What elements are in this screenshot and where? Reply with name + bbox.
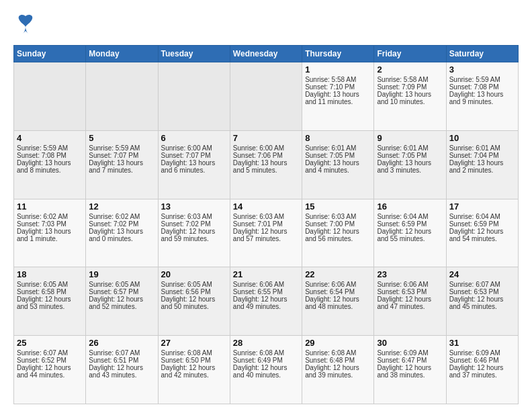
cell-text: Sunset: 6:50 PM: [161, 357, 227, 364]
cell-text: Sunset: 7:08 PM: [449, 83, 515, 91]
calendar-cell: 26Sunrise: 6:07 AMSunset: 6:51 PMDayligh…: [86, 336, 158, 404]
cell-text: Sunset: 7:09 PM: [377, 83, 443, 91]
day-number: 19: [89, 269, 154, 279]
day-number: 13: [161, 201, 227, 212]
page: SundayMondayTuesdayWednesdayThursdayFrid…: [0, 0, 532, 411]
day-number: 26: [89, 338, 154, 348]
cell-text: Sunset: 6:53 PM: [449, 288, 515, 295]
calendar-cell: [230, 62, 302, 131]
header-day-sunday: Sunday: [14, 46, 86, 62]
day-number: 4: [17, 133, 83, 143]
cell-text: Sunrise: 6:07 AM: [17, 349, 83, 357]
cell-text: Sunrise: 6:05 AM: [17, 281, 83, 288]
day-number: 11: [17, 201, 83, 212]
day-number: 27: [161, 338, 227, 348]
calendar-cell: 23Sunrise: 6:06 AMSunset: 6:53 PMDayligh…: [374, 267, 446, 336]
cell-text: Sunset: 6:54 PM: [305, 288, 371, 295]
cell-text: Daylight: 12 hours and 48 minutes.: [305, 295, 371, 310]
day-number: 8: [305, 133, 371, 143]
cell-text: Sunrise: 6:02 AM: [89, 213, 154, 220]
cell-text: Sunrise: 6:03 AM: [161, 213, 227, 220]
cell-text: Sunset: 6:46 PM: [449, 357, 515, 364]
cell-text: Sunset: 6:56 PM: [161, 288, 227, 295]
calendar-cell: 28Sunrise: 6:08 AMSunset: 6:49 PMDayligh…: [230, 336, 302, 404]
calendar-cell: 29Sunrise: 6:08 AMSunset: 6:48 PMDayligh…: [302, 336, 374, 404]
cell-text: Sunrise: 6:08 AM: [161, 349, 227, 357]
calendar-cell: 15Sunrise: 6:03 AMSunset: 7:00 PMDayligh…: [302, 199, 374, 267]
cell-text: Sunrise: 6:05 AM: [89, 281, 154, 288]
cell-text: Sunset: 7:10 PM: [305, 83, 371, 91]
day-number: 10: [449, 133, 515, 143]
cell-text: Sunrise: 6:07 AM: [89, 349, 154, 357]
day-number: 21: [233, 269, 299, 279]
cell-text: Sunrise: 6:00 AM: [233, 144, 299, 152]
cell-text: Sunrise: 6:08 AM: [305, 349, 371, 357]
cell-text: Daylight: 12 hours and 44 minutes.: [17, 364, 83, 379]
calendar-cell: 14Sunrise: 6:03 AMSunset: 7:01 PMDayligh…: [230, 199, 302, 267]
cell-text: Daylight: 12 hours and 38 minutes.: [377, 364, 443, 379]
cell-text: Sunset: 7:02 PM: [161, 220, 227, 228]
cell-text: Sunset: 6:59 PM: [449, 220, 515, 228]
calendar-cell: 18Sunrise: 6:05 AMSunset: 6:58 PMDayligh…: [14, 267, 86, 336]
calendar-cell: [158, 62, 230, 131]
cell-text: Sunrise: 6:03 AM: [305, 213, 371, 220]
cell-text: Sunrise: 6:02 AM: [17, 213, 83, 220]
header: [13, 12, 519, 40]
cell-text: Daylight: 12 hours and 55 minutes.: [377, 228, 443, 242]
cell-text: Sunrise: 6:07 AM: [449, 281, 515, 288]
day-number: 3: [449, 64, 515, 75]
cell-text: Sunset: 7:02 PM: [89, 220, 154, 228]
calendar-cell: 31Sunrise: 6:09 AMSunset: 6:46 PMDayligh…: [446, 336, 518, 404]
calendar-cell: 20Sunrise: 6:05 AMSunset: 6:56 PMDayligh…: [158, 267, 230, 336]
calendar-cell: 9Sunrise: 6:01 AMSunset: 7:05 PMDaylight…: [374, 130, 446, 199]
cell-text: Daylight: 12 hours and 40 minutes.: [233, 364, 299, 379]
calendar-cell: 1Sunrise: 5:58 AMSunset: 7:10 PMDaylight…: [302, 62, 374, 131]
cell-text: Daylight: 13 hours and 11 minutes.: [305, 91, 371, 105]
calendar-cell: 13Sunrise: 6:03 AMSunset: 7:02 PMDayligh…: [158, 199, 230, 267]
calendar-cell: 5Sunrise: 5:59 AMSunset: 7:07 PMDaylight…: [86, 130, 158, 199]
cell-text: Daylight: 12 hours and 45 minutes.: [449, 295, 515, 310]
cell-text: Sunset: 6:51 PM: [89, 357, 154, 364]
cell-text: Daylight: 12 hours and 53 minutes.: [17, 295, 83, 310]
calendar-header: SundayMondayTuesdayWednesdayThursdayFrid…: [14, 46, 519, 62]
cell-text: Daylight: 12 hours and 52 minutes.: [89, 295, 154, 310]
cell-text: Daylight: 12 hours and 37 minutes.: [449, 364, 515, 379]
day-number: 25: [17, 338, 83, 348]
cell-text: Sunset: 7:05 PM: [305, 152, 371, 159]
cell-text: Daylight: 12 hours and 50 minutes.: [161, 295, 227, 310]
calendar-cell: 24Sunrise: 6:07 AMSunset: 6:53 PMDayligh…: [446, 267, 518, 336]
header-row: SundayMondayTuesdayWednesdayThursdayFrid…: [14, 46, 519, 62]
week-row-0: 1Sunrise: 5:58 AMSunset: 7:10 PMDaylight…: [14, 62, 519, 131]
day-number: 29: [305, 338, 371, 348]
day-number: 14: [233, 201, 299, 212]
cell-text: Sunset: 7:07 PM: [161, 152, 227, 159]
cell-text: Daylight: 12 hours and 49 minutes.: [233, 295, 299, 310]
cell-text: Sunrise: 5:58 AM: [377, 76, 443, 83]
calendar-cell: 25Sunrise: 6:07 AMSunset: 6:52 PMDayligh…: [14, 336, 86, 404]
day-number: 31: [449, 338, 515, 348]
cell-text: Daylight: 12 hours and 43 minutes.: [89, 364, 154, 379]
header-day-saturday: Saturday: [446, 46, 518, 62]
cell-text: Sunrise: 5:59 AM: [449, 76, 515, 83]
day-number: 9: [377, 133, 443, 143]
cell-text: Sunrise: 6:01 AM: [377, 144, 443, 152]
cell-text: Daylight: 12 hours and 59 minutes.: [161, 228, 227, 242]
day-number: 7: [233, 133, 299, 143]
logo-bird-icon: [13, 12, 38, 40]
header-day-monday: Monday: [86, 46, 158, 62]
calendar-table: SundayMondayTuesdayWednesdayThursdayFrid…: [13, 45, 519, 404]
day-number: 5: [89, 133, 154, 143]
cell-text: Sunset: 7:01 PM: [233, 220, 299, 228]
week-row-1: 4Sunrise: 5:59 AMSunset: 7:08 PMDaylight…: [14, 130, 519, 199]
calendar-cell: 3Sunrise: 5:59 AMSunset: 7:08 PMDaylight…: [446, 62, 518, 131]
cell-text: Sunrise: 6:01 AM: [305, 144, 371, 152]
cell-text: Sunrise: 6:06 AM: [305, 281, 371, 288]
cell-text: Daylight: 13 hours and 7 minutes.: [89, 159, 154, 174]
cell-text: Sunrise: 6:00 AM: [161, 144, 227, 152]
calendar-cell: 8Sunrise: 6:01 AMSunset: 7:05 PMDaylight…: [302, 130, 374, 199]
cell-text: Daylight: 13 hours and 9 minutes.: [449, 91, 515, 105]
calendar-cell: 2Sunrise: 5:58 AMSunset: 7:09 PMDaylight…: [374, 62, 446, 131]
calendar-cell: 7Sunrise: 6:00 AMSunset: 7:06 PMDaylight…: [230, 130, 302, 199]
cell-text: Sunrise: 6:04 AM: [377, 213, 443, 220]
cell-text: Daylight: 12 hours and 39 minutes.: [305, 364, 371, 379]
